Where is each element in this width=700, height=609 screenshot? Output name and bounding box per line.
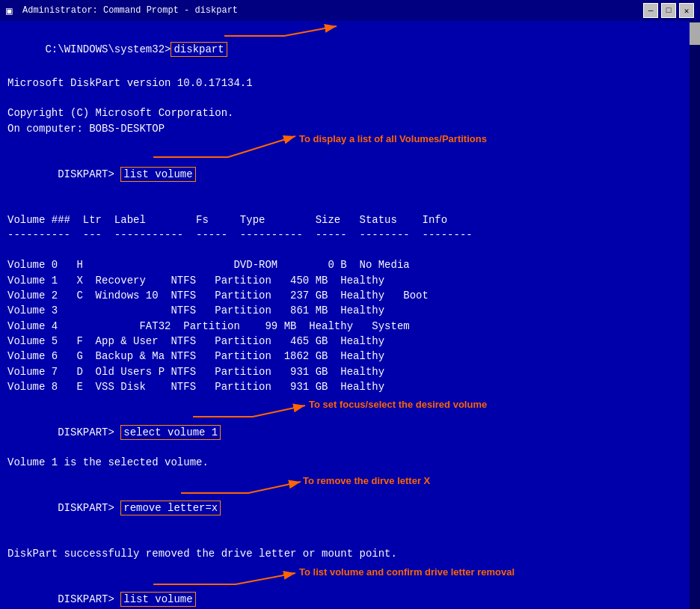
window-title: Administrator: Command Prompt - diskpart (22, 5, 238, 16)
select-volume-cmd: select volume 1 (120, 425, 221, 440)
blank1 (7, 91, 693, 105)
version-line: Microsoft DiskPart version 10.0.17134.1 (7, 76, 693, 91)
table-separator: ---------- --- ----------- ----- -------… (7, 227, 693, 242)
annotation-remove-letter: To remove the dirve letter X (303, 474, 430, 489)
diskpart-prompt4: DISKPART> (58, 593, 114, 605)
remove-letter-block: DISKPART> remove letter=x To remove the … (7, 486, 693, 531)
titlebar: ▣ Administrator: Command Prompt - diskpa… (0, 0, 700, 21)
diskpart-prompt1-line: DISKPART> list volume (7, 151, 693, 197)
volume-row-5: Volume 5 F App & User NTFS Partition 465… (7, 334, 693, 349)
cmd-icon: ▣ (6, 4, 18, 16)
remove-result: DiskPart successfully removed the drive … (7, 546, 693, 561)
scrollbar-thumb[interactable] (690, 22, 700, 45)
arrow-start (224, 22, 561, 60)
volume-row-1: Volume 1 X Recovery NTFS Partition 450 M… (7, 273, 693, 288)
copyright-line: Copyright (C) Microsoft Corporation. (7, 105, 693, 120)
blank7 (7, 531, 693, 546)
volume-row-8: Volume 8 E VSS Disk NTFS Partition 931 G… (7, 379, 693, 394)
table-header: Volume ### Ltr Label Fs Type Size Status… (7, 212, 693, 227)
volume-row-2: Volume 2 C Windows 10 NTFS Partition 237… (7, 288, 693, 303)
select-volume-block: DISKPART> select volume 1 To set focus/s… (7, 409, 693, 455)
list-volume-cmd2: list volume (120, 592, 195, 607)
diskpart-prompt4-line: DISKPART> list volume (7, 577, 693, 609)
annotation-select-volume: To set focus/select the desired volume (309, 398, 487, 412)
diskpart-command: diskpart (171, 42, 227, 57)
volume-row-3: Volume 3 NTFS Partition 861 MB Healthy (7, 303, 693, 318)
volume-row-6: Volume 6 G Backup & Ma NTFS Partition 18… (7, 349, 693, 364)
titlebar-controls[interactable]: — □ ✕ (643, 3, 694, 18)
minimize-button[interactable]: — (643, 3, 658, 18)
cmd-window: ▣ Administrator: Command Prompt - diskpa… (0, 0, 700, 609)
volume-row-7: Volume 7 D Old Users P NTFS Partition 93… (7, 364, 693, 379)
list-volume-block: DISKPART> list volume To display a list … (7, 151, 693, 197)
annotation-list-volume2: To list volume and confirm drive letter … (299, 566, 515, 580)
prompt-text: C:\WINDOWS\system32> (45, 43, 171, 55)
blank3 (7, 197, 693, 212)
blank4 (7, 242, 693, 257)
maximize-button[interactable]: □ (661, 3, 676, 18)
diskpart-prompt3-line: DISKPART> remove letter=x (7, 486, 693, 531)
select-result: Volume 1 is the selected volume. (7, 455, 693, 470)
volume-row-4: Volume 4 FAT32 Partition 99 MB Healthy S… (7, 319, 693, 334)
remove-letter-cmd: remove letter=x (120, 501, 221, 515)
annotation-list-volume: To display a list of all Volumes/Partiti… (299, 132, 487, 147)
close-button[interactable]: ✕ (679, 3, 694, 18)
diskpart-prompt3: DISKPART> (58, 502, 114, 514)
terminal-content[interactable]: C:\WINDOWS\system32>diskpart To start th… (0, 21, 700, 609)
diskpart-prompt1: DISKPART> (58, 168, 114, 180)
diskpart-prompt2: DISKPART> (58, 426, 114, 438)
titlebar-left: ▣ Administrator: Command Prompt - diskpa… (6, 4, 238, 16)
scrollbar[interactable] (690, 21, 700, 609)
diskpart-prompt2-line: DISKPART> select volume 1 (7, 409, 693, 455)
list-volume2-block: DISKPART> list volume To list volume and… (7, 577, 693, 609)
volume-row-0: Volume 0 H DVD-ROM 0 B No Media (7, 257, 693, 272)
list-volume-cmd: list volume (120, 167, 195, 182)
